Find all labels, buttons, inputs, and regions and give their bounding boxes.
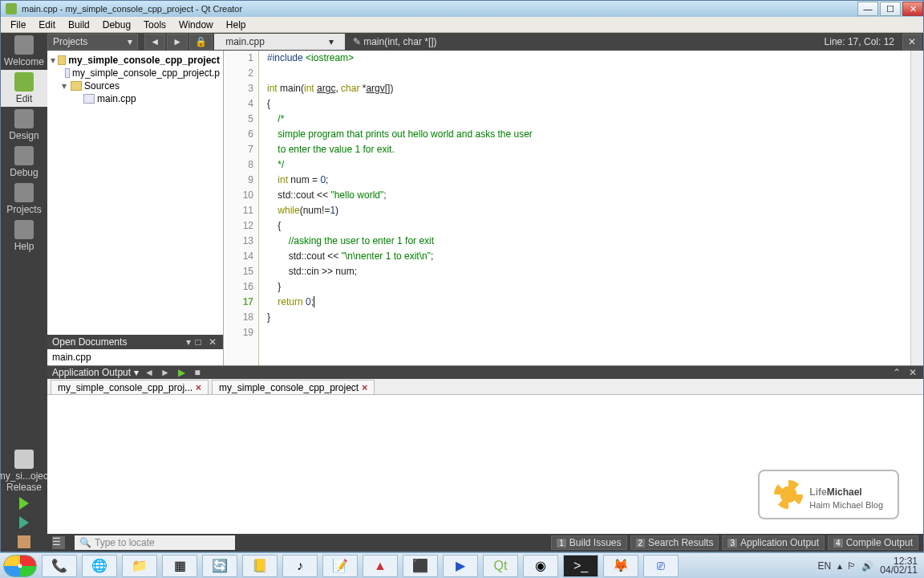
open-documents-list[interactable]: main.cpp xyxy=(47,349,223,365)
taskbar-firefox[interactable]: 🦊 xyxy=(603,555,638,577)
output-next-button[interactable]: ► xyxy=(160,367,171,378)
status-tab-compile[interactable]: 4Compile Output xyxy=(828,535,918,550)
mode-edit[interactable]: Edit xyxy=(1,70,47,107)
taskbar-app4[interactable]: ⬛ xyxy=(403,555,438,577)
mode-welcome[interactable]: Welcome xyxy=(1,33,47,70)
taskbar-pdf[interactable]: ▲ xyxy=(363,555,398,577)
taskbar-skype[interactable]: 📞 xyxy=(42,555,77,577)
close-tab-icon[interactable]: × xyxy=(196,382,201,393)
minimize-button[interactable]: — xyxy=(857,2,878,16)
nav-back-button[interactable]: ◄ xyxy=(144,34,165,50)
tree-main[interactable]: main.cpp xyxy=(97,93,136,104)
system-tray[interactable]: EN ▴ 🏳 🔊 12:31 04/02/11 xyxy=(812,557,924,575)
symbol-crumb[interactable]: ✎ main(int, char *[]) xyxy=(345,36,445,47)
mode-edit-label: Edit xyxy=(16,93,33,104)
play-debug-icon xyxy=(19,516,29,529)
computer-icon xyxy=(14,450,34,469)
line-gutter[interactable]: 1 2 3 4 5 6 7 8 9 10 11 12 13 14 15 16 1… xyxy=(224,51,259,365)
tree-root[interactable]: my_simple_console_cpp_project xyxy=(68,55,220,66)
output-stop-button[interactable]: ■ xyxy=(192,367,203,378)
taskbar-chrome[interactable]: ◉ xyxy=(523,555,558,577)
output-rerun-button[interactable]: ▶ xyxy=(176,367,187,378)
build-button[interactable] xyxy=(1,532,47,552)
menu-edit[interactable]: Edit xyxy=(32,18,62,32)
nav-fwd-button[interactable]: ► xyxy=(167,34,188,50)
editor-scrollbar[interactable] xyxy=(910,51,923,365)
code-content[interactable]: #include <iostream> int main(int argc, c… xyxy=(259,51,910,365)
menu-window[interactable]: Window xyxy=(172,18,220,32)
menu-debug[interactable]: Debug xyxy=(96,18,137,32)
tray-chevron-icon[interactable]: ▴ xyxy=(837,560,842,572)
mode-debug[interactable]: Debug xyxy=(1,144,47,181)
taskbar-media[interactable]: ▶ xyxy=(443,555,478,577)
mode-debug-label: Debug xyxy=(10,167,38,178)
locator-input[interactable]: 🔍 Type to locate xyxy=(75,535,235,550)
output-tabs: my_simple_console_cpp_proj...× my_simple… xyxy=(47,379,923,395)
taskbar-ie[interactable]: 🌐 xyxy=(82,555,117,577)
open-documents-header[interactable]: Open Documents ▾ □ ✕ xyxy=(47,335,223,349)
output-prev-button[interactable]: ◄ xyxy=(144,367,155,378)
tray-lang[interactable]: EN xyxy=(818,560,832,572)
output-close-button[interactable]: ✕ xyxy=(907,367,918,378)
taskbar-app2[interactable]: 🔄 xyxy=(202,555,237,577)
close-tab-icon[interactable]: × xyxy=(362,382,367,393)
status-toggle-sidebar[interactable]: ☰ xyxy=(52,536,65,549)
taskbar-explorer[interactable]: 📁 xyxy=(122,555,157,577)
output-body[interactable]: LifeMichael Haim Michael Blog xyxy=(47,395,923,534)
split-button[interactable]: □ xyxy=(192,336,204,348)
start-button[interactable] xyxy=(3,555,37,577)
tree-pro[interactable]: my_simple_console_cpp_project.p xyxy=(72,67,220,79)
project-combo[interactable]: Projects ▾ xyxy=(47,34,138,50)
tray-flag-icon[interactable]: 🏳 xyxy=(847,560,857,572)
status-tab-build[interactable]: 1Build Issues xyxy=(551,535,626,550)
titlebar[interactable]: main.cpp - my_simple_console_cpp_project… xyxy=(1,1,923,17)
mode-projects[interactable]: Projects xyxy=(1,181,47,218)
menu-help[interactable]: Help xyxy=(220,18,253,32)
taskbar-notes[interactable]: 📝 xyxy=(322,555,358,577)
mode-projects-label: Projects xyxy=(6,204,41,215)
text-cursor xyxy=(314,296,317,307)
menu-build[interactable]: Build xyxy=(62,18,96,32)
output-minimize-button[interactable]: ⌃ xyxy=(891,367,902,378)
locator-placeholder: Type to locate xyxy=(95,537,155,548)
close-pane-button[interactable]: ✕ xyxy=(207,336,218,348)
help-icon xyxy=(14,220,34,239)
close-button[interactable]: ✕ xyxy=(902,2,923,16)
maximize-button[interactable]: ☐ xyxy=(880,2,901,16)
debug-run-button[interactable] xyxy=(1,513,47,532)
code-editor[interactable]: 1 2 3 4 5 6 7 8 9 10 11 12 13 14 15 16 1… xyxy=(224,51,923,365)
taskbar-itunes[interactable]: ♪ xyxy=(282,555,318,577)
debug-icon xyxy=(14,146,34,165)
taskbar-app1[interactable]: ▦ xyxy=(162,555,197,577)
output-header[interactable]: Application Output ▾ ◄ ► ▶ ■ ⌃ ✕ xyxy=(47,366,923,379)
project-tree[interactable]: ▾my_simple_console_cpp_project my_simple… xyxy=(47,51,223,335)
status-bar: ☰ 🔍 Type to locate 1Build Issues 2Search… xyxy=(47,534,923,552)
folder-icon xyxy=(58,55,66,65)
lock-file-button[interactable]: 🔒 xyxy=(189,34,213,50)
taskbar-app3[interactable]: 📒 xyxy=(242,555,278,577)
design-icon xyxy=(14,109,34,128)
menu-tools[interactable]: Tools xyxy=(137,18,172,32)
output-tab-2[interactable]: my_simple_console_cpp_project× xyxy=(212,380,375,394)
file-tab-main[interactable]: main.cpp▾ xyxy=(214,34,345,50)
menu-file[interactable]: File xyxy=(4,18,32,32)
tray-clock[interactable]: 12:31 04/02/11 xyxy=(880,557,918,575)
file-tab-label: main.cpp xyxy=(225,36,265,47)
status-tab-search[interactable]: 2Search Results xyxy=(630,535,719,550)
status-tab-appoutput[interactable]: 3Application Output xyxy=(722,535,825,550)
mode-design[interactable]: Design xyxy=(1,107,47,144)
taskbar-cmd[interactable]: >_ xyxy=(563,555,598,577)
target-selector[interactable]: my_si...ojectRelease xyxy=(1,449,47,494)
target-mode-label: Release xyxy=(6,482,42,493)
output-tab-1[interactable]: my_simple_console_cpp_proj...× xyxy=(51,380,209,394)
taskbar-app5[interactable]: ⎚ xyxy=(643,555,679,577)
close-editor-button[interactable]: ✕ xyxy=(902,34,922,50)
mode-help[interactable]: Help xyxy=(1,218,47,254)
tree-sources[interactable]: Sources xyxy=(84,80,120,92)
open-doc-item[interactable]: main.cpp xyxy=(52,352,218,363)
tray-vol-icon[interactable]: 🔊 xyxy=(861,560,873,572)
windows-taskbar[interactable]: 📞 🌐 📁 ▦ 🔄 📒 ♪ 📝 ▲ ⬛ ▶ Qt ◉ >_ 🦊 ⎚ EN ▴ 🏳… xyxy=(0,552,924,578)
run-button[interactable] xyxy=(1,494,47,513)
taskbar-qt[interactable]: Qt xyxy=(483,555,518,577)
mode-welcome-label: Welcome xyxy=(4,56,44,67)
